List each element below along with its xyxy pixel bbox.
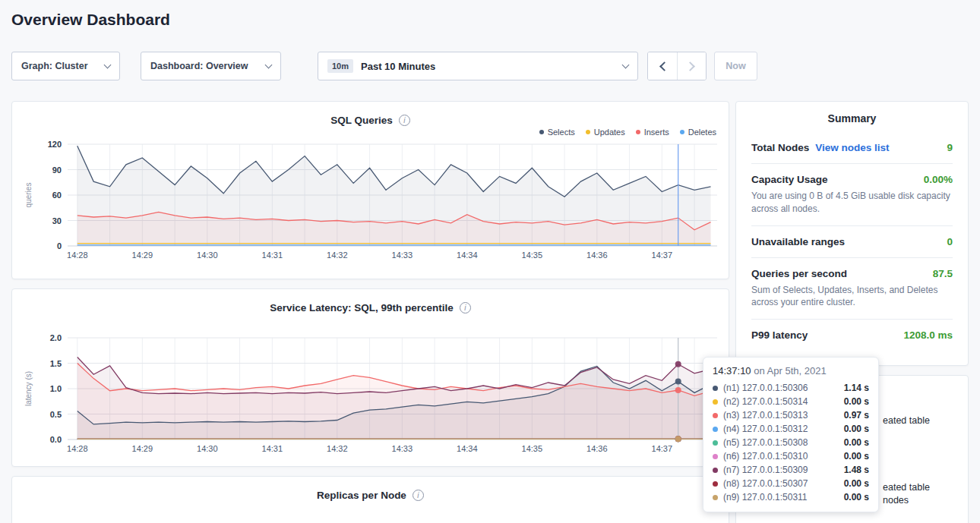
time-forward-button[interactable] (677, 52, 706, 80)
tooltip-node-value: 0.00 s (844, 451, 869, 462)
series-color-dot (713, 481, 718, 487)
series-color-dot (713, 413, 718, 418)
chart-title: Service Latency: SQL, 99th percentile (270, 302, 454, 313)
chevron-down-icon (622, 61, 630, 69)
time-range-badge: 10m (327, 59, 353, 73)
chevron-left-icon (659, 61, 669, 71)
time-range-dropdown[interactable]: 10m Past 10 Minutes (318, 52, 638, 80)
svg-text:14:31: 14:31 (262, 250, 283, 260)
event-text-fragment: eated table (883, 415, 930, 426)
graph-dropdown[interactable]: Graph: Cluster (11, 52, 120, 80)
svg-text:14:28: 14:28 (67, 250, 88, 260)
summary-label: P99 latency (751, 329, 808, 341)
event-text-fragment: eated table (883, 482, 930, 493)
svg-text:60: 60 (52, 191, 62, 200)
summary-value: 9 (947, 142, 953, 153)
time-back-button[interactable] (648, 52, 677, 80)
svg-text:90: 90 (52, 165, 62, 175)
svg-text:0.5: 0.5 (50, 410, 62, 419)
legend-color-dot (636, 130, 640, 134)
summary-value: 87.5 (933, 268, 953, 279)
series-color-dot (713, 454, 718, 459)
svg-text:14:29: 14:29 (132, 444, 153, 453)
legend-item[interactable]: Selects (539, 128, 575, 137)
legend-item[interactable]: Updates (586, 128, 625, 137)
event-text-fragment: nodes (883, 495, 909, 506)
chart-title-row: Replicas per Node i (12, 477, 729, 503)
tooltip-node-label: (n6) 127.0.0.1:50310 (723, 451, 844, 462)
tooltip-time: 14:37:10 (713, 365, 751, 376)
tooltip-row: (n2) 127.0.0.1:503140.00 s (713, 395, 869, 408)
tooltip-node-label: (n5) 127.0.0.1:50308 (723, 437, 844, 448)
chart-svg: 0.00.51.01.52.014:2814:2914:3014:3114:32… (18, 333, 725, 458)
tooltip-node-label: (n8) 127.0.0.1:50307 (723, 478, 844, 489)
svg-text:120: 120 (48, 140, 62, 149)
svg-text:14:28: 14:28 (67, 444, 88, 453)
svg-text:queries: queries (24, 183, 33, 208)
tooltip-header: 14:37:10 on Apr 5th, 2021 (713, 365, 869, 376)
svg-text:14:33: 14:33 (392, 444, 413, 453)
summary-subtext: You are using 0 B of 4.5 GiB usable disk… (751, 190, 953, 216)
summary-value: 0.00% (924, 174, 953, 185)
chart-svg: 030609012014:2814:2914:3014:3114:3214:33… (18, 140, 725, 264)
tooltip-row: (n4) 127.0.0.1:503120.00 s (713, 422, 869, 436)
chart-title: SQL Queries (330, 115, 393, 126)
svg-text:30: 30 (52, 216, 62, 225)
series-color-dot (713, 468, 718, 473)
chevron-down-icon (104, 61, 112, 69)
view-nodes-list-link[interactable]: View nodes list (815, 142, 889, 153)
tooltip-row: (n7) 127.0.0.1:503091.48 s (713, 463, 869, 477)
summary-label: Capacity Usage (751, 174, 828, 185)
svg-text:1.0: 1.0 (50, 384, 62, 393)
tooltip-row: (n3) 127.0.0.1:503130.97 s (713, 408, 869, 422)
summary-row-p99-latency: P99 latency 1208.0 ms (751, 320, 953, 351)
toolbar: Graph: Cluster Dashboard: Overview 10m P… (0, 52, 980, 80)
series-color-dot (713, 495, 718, 500)
graph-dropdown-label: Graph: Cluster (21, 61, 88, 71)
tooltip-node-label: (n3) 127.0.0.1:50313 (723, 410, 844, 421)
legend-item[interactable]: Inserts (636, 128, 669, 137)
tooltip-node-value: 0.00 s (844, 478, 869, 489)
summary-row-total-nodes: Total Nodes View nodes list 9 (751, 132, 953, 164)
svg-text:0.0: 0.0 (50, 435, 62, 444)
now-button[interactable]: Now (714, 52, 757, 80)
sql-queries-chart[interactable]: 030609012014:2814:2914:3014:3114:3214:33… (18, 140, 729, 267)
svg-text:14:31: 14:31 (262, 444, 283, 453)
chart-title: Replicas per Node (317, 490, 406, 501)
info-icon[interactable]: i (413, 490, 424, 501)
tooltip-row: (n8) 127.0.0.1:503070.00 s (713, 477, 869, 490)
info-icon[interactable]: i (460, 302, 471, 313)
legend-item[interactable]: Deletes (680, 128, 716, 137)
svg-text:14:34: 14:34 (457, 250, 478, 260)
sql-queries-chart-card: SQL Queries i SelectsUpdatesInsertsDelet… (11, 101, 729, 279)
summary-label: Total Nodes (751, 142, 809, 153)
time-range-label: Past 10 Minutes (361, 61, 623, 72)
series-color-dot (713, 386, 718, 391)
svg-text:14:35: 14:35 (522, 444, 543, 453)
chevron-down-icon (265, 61, 273, 69)
summary-panel: Summary Total Nodes View nodes list 9 Ca… (735, 101, 969, 366)
summary-row-queries-per-second: Queries per second 87.5 Sum of Selects, … (751, 258, 953, 320)
svg-text:14:37: 14:37 (652, 250, 673, 260)
service-latency-chart[interactable]: 0.00.51.01.52.014:2814:2914:3014:3114:32… (18, 333, 729, 461)
info-icon[interactable]: i (399, 115, 410, 126)
legend-color-dot (539, 130, 544, 134)
svg-text:14:36: 14:36 (586, 250, 608, 260)
charts-column: SQL Queries i SelectsUpdatesInsertsDelet… (11, 101, 729, 523)
svg-text:1.5: 1.5 (50, 359, 62, 368)
chevron-right-icon (685, 61, 695, 71)
svg-text:14:32: 14:32 (327, 444, 348, 453)
tooltip-node-value: 0.00 s (844, 492, 869, 503)
svg-text:14:36: 14:36 (586, 444, 608, 453)
summary-subtext: Sum of Selects, Updates, Inserts, and De… (751, 284, 953, 310)
svg-text:2.0: 2.0 (50, 333, 62, 342)
tooltip-node-label: (n9) 127.0.0.1:50311 (723, 492, 844, 503)
chart-legend: SelectsUpdatesInsertsDeletes (12, 128, 729, 140)
dashboard-dropdown[interactable]: Dashboard: Overview (141, 52, 281, 80)
tooltip-rows: (n1) 127.0.0.1:503061.14 s(n2) 127.0.0.1… (713, 381, 869, 504)
tooltip-node-value: 0.97 s (844, 410, 869, 421)
svg-text:latency (s): latency (s) (24, 371, 33, 406)
chart-title-row: SQL Queries i (12, 102, 729, 128)
summary-value: 1208.0 ms (903, 329, 953, 341)
svg-text:14:35: 14:35 (522, 250, 543, 260)
